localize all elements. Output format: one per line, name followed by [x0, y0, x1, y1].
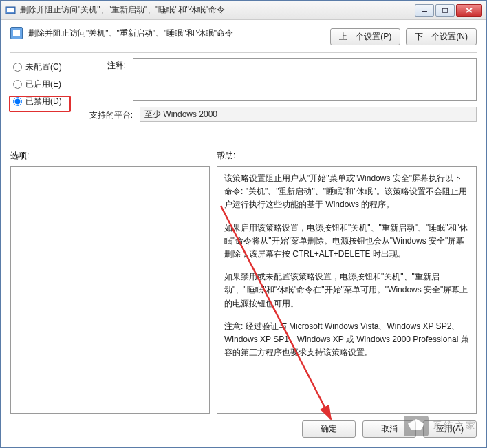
platform-field: [140, 107, 477, 122]
divider-2: [10, 129, 477, 129]
radio-enabled-label: 已启用(E): [25, 78, 61, 90]
help-label: 帮助:: [217, 150, 477, 162]
radio-disabled-input[interactable]: [13, 97, 22, 106]
help-p3: 如果禁用或未配置该策略设置，电源按钮和"关机"、"重新启动"、"睡眠"和"休眠"…: [224, 270, 469, 310]
app-icon: [5, 5, 16, 16]
policy-icon: [10, 27, 23, 39]
options-panel: [10, 166, 210, 414]
comment-label: 注释:: [83, 58, 126, 72]
next-setting-button[interactable]: 下一个设置(N): [406, 28, 477, 45]
cancel-button[interactable]: 取消: [362, 420, 416, 438]
help-p4: 注意: 经过验证与 Microsoft Windows Vista、Window…: [224, 320, 469, 360]
svg-rect-1: [7, 8, 14, 12]
prev-setting-button[interactable]: 上一个设置(P): [330, 28, 400, 45]
radio-disabled-label: 已禁用(D): [25, 96, 62, 107]
minimize-button[interactable]: [415, 4, 434, 17]
apply-button[interactable]: 应用(A): [423, 420, 477, 438]
close-button[interactable]: [456, 4, 482, 17]
help-panel[interactable]: 该策略设置阻止用户从"开始"菜单或"Windows 安全"屏幕执行以下命令: "…: [217, 166, 477, 414]
help-p2: 如果启用该策略设置，电源按钮和"关机"、"重新启动"、"睡眠"和"休眠"命令将从…: [224, 222, 469, 262]
radio-not-configured[interactable]: 未配置(C): [10, 58, 76, 76]
policy-dialog: 删除并阻止访问"关机"、"重新启动"、"睡眠"和"休眠"命令 删除并阻止访问"关…: [0, 0, 487, 448]
radio-not-configured-label: 未配置(C): [25, 61, 62, 73]
radio-not-configured-input[interactable]: [13, 63, 22, 72]
window-buttons: [415, 4, 482, 17]
window-title: 删除并阻止访问"关机"、"重新启动"、"睡眠"和"休眠"命令: [20, 4, 415, 16]
radio-enabled[interactable]: 已启用(E): [10, 76, 76, 93]
titlebar: 删除并阻止访问"关机"、"重新启动"、"睡眠"和"休眠"命令: [1, 1, 486, 20]
ok-button[interactable]: 确定: [302, 420, 356, 438]
policy-title: 删除并阻止访问"关机"、"重新启动"、"睡眠"和"休眠"命令: [28, 28, 233, 39]
platform-label: 支持的平台:: [83, 108, 133, 121]
state-radio-group: 未配置(C) 已启用(E) 已禁用(D): [10, 58, 76, 122]
svg-rect-3: [442, 8, 448, 12]
comment-textarea[interactable]: [133, 58, 477, 101]
divider: [10, 52, 477, 53]
help-p1: 该策略设置阻止用户从"开始"菜单或"Windows 安全"屏幕执行以下命令: "…: [224, 172, 469, 212]
radio-enabled-input[interactable]: [13, 80, 22, 89]
radio-disabled[interactable]: 已禁用(D): [10, 93, 76, 110]
options-label: 选项:: [10, 150, 217, 162]
maximize-button[interactable]: [435, 4, 455, 17]
